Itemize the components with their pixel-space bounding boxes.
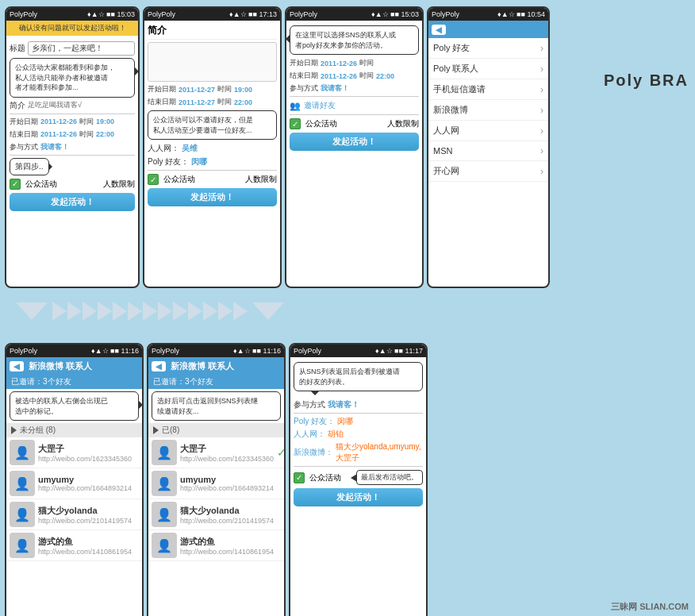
phone3-start-date: 开始日期 2011-12-26 时间 <box>290 58 419 68</box>
avatar: 👤 <box>10 440 35 465</box>
arrow-right-5 <box>113 302 127 321</box>
phone2-intro-box[interactable] <box>148 42 277 82</box>
contact-item[interactable]: 👤 大罡子 http://weibo.com/1623345360 ✓ <box>148 437 284 468</box>
contact-item[interactable]: 👤 游式的鱼 http://weibo.com/1410861954 <box>148 530 284 561</box>
phone1-appname: PolyPoly <box>10 10 37 18</box>
phone4-back-button[interactable]: ◀ <box>432 25 446 35</box>
phone2: PolyPoly ♦▲☆ ■■ 17:13 简介 开始日期 2011-12-27… <box>143 6 282 288</box>
phone3-checkbox-row[interactable]: ✓ 公众活动 人数限制 <box>290 118 419 129</box>
contact-info: 游式的鱼 http://weibo.com/1410861954 <box>38 536 139 556</box>
phone7-renren-row: 人人网： 胡铂 <box>294 429 423 440</box>
phone5-titlebar: ◀ 新浪微博 联系人 <box>6 357 142 375</box>
phone3-checkbox[interactable]: ✓ <box>290 118 301 129</box>
phone6-titlebar: ◀ 新浪微博 联系人 <box>148 357 284 375</box>
list-item-renren[interactable]: 人人网 › <box>428 121 548 141</box>
phone2-statusbar: PolyPoly ♦▲☆ ■■ 17:13 <box>144 8 280 21</box>
phone3-join-row: 参与方式 我请客！ <box>290 83 419 94</box>
list-item-poly-friends[interactable]: Poly 好友 › <box>428 38 548 59</box>
arrow-right-8 <box>158 302 172 321</box>
arrow-right-7 <box>143 302 157 321</box>
triangle-icon <box>153 426 159 434</box>
phone2-checkbox-row[interactable]: ✓ 公众活动 人数限制 <box>148 174 277 185</box>
phone6-statusbar: PolyPoly ♦▲☆ ■■ 11:16 <box>148 345 284 357</box>
contact-info: umyumy http://weibo.com/1664893214 <box>38 475 139 492</box>
phone7-poly-row: Poly 好友： 闵哪 <box>294 416 423 427</box>
phone3-statusbar: PolyPoly ♦▲☆ ■■ 15:03 <box>286 8 422 21</box>
phone1-launch-button[interactable]: 发起活动！ <box>10 193 135 211</box>
phone2-intro-title: 简介 <box>148 24 277 40</box>
phone2-launch-button[interactable]: 发起活动！ <box>148 188 277 206</box>
phone2-content: 简介 开始日期 2011-12-27 时间 19:00 结束日期 2011-12… <box>144 21 280 210</box>
contact-info: 猫大少yolanda http://weibo.com/2101419574 <box>180 505 281 525</box>
phone1-start-date: 开始日期 2011-12-26 时间 19:00 <box>10 117 135 127</box>
phone7: PolyPoly ♦▲☆ ■■ 11:17 从SNS列表返回后会看到被邀请 的好… <box>289 343 428 616</box>
list-item-poly-contacts[interactable]: Poly 联系人 › <box>428 59 548 79</box>
phone1-header: 确认没有问题就可以发起活动啦！ <box>6 21 138 36</box>
phone1-title-input[interactable]: 乡亲们，一起来吧！ <box>28 41 135 56</box>
poly-bra-label: Poly BRA <box>604 71 689 90</box>
phone2-end-date: 结束日期 2011-12-27 时间 22:00 <box>148 97 277 107</box>
phone1-statusbar: PolyPoly ♦▲☆ ■■ 15:03 <box>6 8 138 21</box>
contact-item[interactable]: 👤 猫大少yolanda http://weibo.com/2101419574 <box>6 499 142 530</box>
phone2-person-row: 人人网： 吴维 <box>148 143 277 154</box>
phone7-join-row: 参与方式 我请客！ <box>294 399 423 410</box>
phone5-invited-bar: 已邀请：3个好友 <box>6 375 142 389</box>
phone7-checkbox[interactable]: ✓ <box>294 472 305 483</box>
phone3-launch-button[interactable]: 发起活动！ <box>290 133 419 151</box>
phone1-end-date: 结束日期 2011-12-26 时间 22:00 <box>10 129 135 140</box>
phone3-invite-row[interactable]: 👥 邀请好友 <box>290 100 419 111</box>
phone3: PolyPoly ♦▲☆ ■■ 15:03 在这里可以选择SNS的联系人或 者p… <box>285 6 424 288</box>
phone1-step-label: 第四步.. <box>10 158 49 175</box>
phone3-callout: 在这里可以选择SNS的联系人或 者poly好友来参加你的活动。 <box>290 25 419 55</box>
list-item-weibo[interactable]: 新浪微博 › <box>428 100 548 121</box>
phone7-statusbar: PolyPoly ♦▲☆ ■■ 11:17 <box>290 345 426 357</box>
contact-item[interactable]: 👤 umyumy http://weibo.com/1664893214 <box>148 468 284 499</box>
top-row: PolyPoly ♦▲☆ ■■ 15:03 确认没有问题就可以发起活动啦！ 标题… <box>0 0 695 294</box>
contact-info: 游式的鱼 http://weibo.com/1410861954 <box>180 536 281 556</box>
phone2-start-date: 开始日期 2011-12-27 时间 19:00 <box>148 84 277 94</box>
arrow-right-6 <box>128 302 142 321</box>
phone4-statusbar: PolyPoly ♦▲☆ ■■ 10:54 <box>428 8 548 21</box>
chevron-icon: › <box>540 105 543 116</box>
list-item-msn[interactable]: MSN › <box>428 141 548 161</box>
chevron-icon: › <box>540 145 543 156</box>
phone6-contacts: 👤 大罡子 http://weibo.com/1623345360 ✓ 👤 um… <box>148 437 284 561</box>
phone5-statusbar: PolyPoly ♦▲☆ ■■ 11:16 <box>6 345 142 357</box>
phone5-back-button[interactable]: ◀ <box>10 361 24 372</box>
contact-item[interactable]: 👤 猫大少yolanda http://weibo.com/2101419574 <box>148 499 284 530</box>
phone5-group-header: 未分组 (8) <box>6 423 142 437</box>
phone1-content: 标题 乡亲们，一起来吧！ 公众活动大家都能看到和参加， 私人活动只能举办者和被邀… <box>6 36 138 214</box>
arrow-right-9 <box>173 302 187 321</box>
list-item-sms[interactable]: 手机短信邀请 › <box>428 79 548 100</box>
callout-arrow-left <box>351 474 357 482</box>
phone1-title-row: 标题 乡亲们，一起来吧！ <box>10 41 135 56</box>
down-arrow-group <box>16 302 48 321</box>
arrows-row <box>0 298 695 324</box>
list-item-kaixin[interactable]: 开心网 › <box>428 161 548 182</box>
phone2-callout: 公众活动可以不邀请好友，但是 私人活动至少要邀请一位好友... <box>148 110 277 140</box>
phone5-callout: 被选中的联系人右侧会出现已 选中的标记。 <box>10 391 139 421</box>
contact-item[interactable]: 👤 游式的鱼 http://weibo.com/1410861954 <box>6 530 142 561</box>
phone2-checkbox[interactable]: ✓ <box>148 174 159 185</box>
phone6-invited-bar: 已邀请：3个好友 <box>148 375 284 389</box>
phone7-launch-button[interactable]: 发起活动！ <box>294 488 423 506</box>
contact-item[interactable]: 👤 umyumy http://weibo.com/1664893214 <box>6 468 142 499</box>
phone6-back-button[interactable]: ◀ <box>152 361 166 372</box>
phone6-group-header: 已(8) <box>148 423 284 437</box>
arrow-right-12 <box>218 302 232 321</box>
phone1-checkbox[interactable]: ✓ <box>10 179 21 190</box>
chevron-icon: › <box>540 125 543 137</box>
avatar: 👤 <box>10 533 35 558</box>
down-arrow-right <box>252 302 284 320</box>
phone1-checkbox-row[interactable]: ✓ 公众活动 人数限制 <box>10 179 135 190</box>
phone4-titlebar: ◀ <box>428 21 548 38</box>
contact-info: umyumy http://weibo.com/1664893214 <box>180 475 281 492</box>
phone7-publish-callout: 最后发布活动吧。 <box>356 470 423 485</box>
phone1: PolyPoly ♦▲☆ ■■ 15:03 确认没有问题就可以发起活动啦！ 标题… <box>5 6 140 288</box>
phone3-end-date: 结束日期 2011-12-26 时间 22:00 <box>290 71 419 81</box>
contact-info: 大罡子 http://weibo.com/1623345360 <box>38 443 139 463</box>
phone6-callout: 选好后可点击返回到SNS列表继 续邀请好友... <box>152 391 281 421</box>
contact-item[interactable]: 👤 大罡子 http://weibo.com/1623345360 <box>6 437 142 468</box>
phone7-checkbox-row[interactable]: ✓ 公众活动 最后发布活动吧。 <box>294 470 423 485</box>
arrow-right-4 <box>98 302 112 321</box>
